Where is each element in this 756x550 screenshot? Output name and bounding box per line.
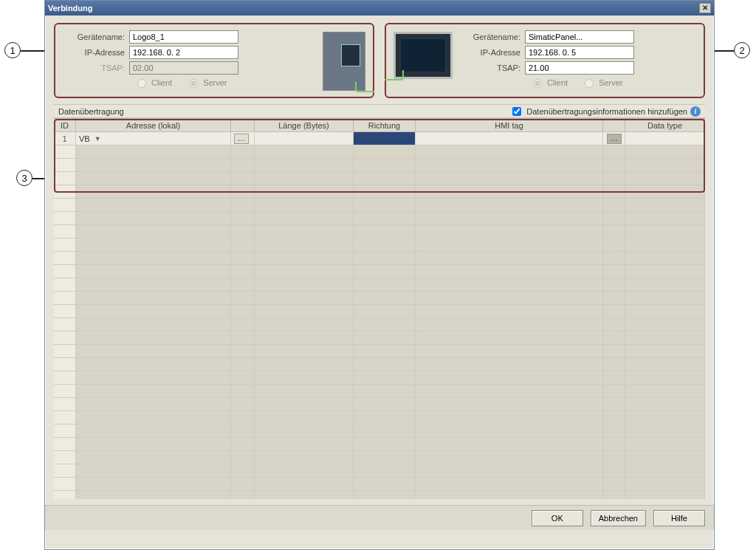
help-button[interactable]: Hilfe (653, 510, 705, 526)
radio-server-local[interactable]: Server (185, 77, 227, 88)
table-row[interactable] (54, 371, 705, 385)
label-tsap-r: TSAP: (458, 63, 525, 72)
role-radios-local: Client Server (134, 77, 317, 88)
device-panel-remote: Gerätename: IP-Adresse TSAP: Client Serv… (385, 23, 705, 98)
cell-dir[interactable] (354, 132, 416, 145)
table-row[interactable] (54, 199, 705, 212)
col-dir[interactable]: Richtung (354, 119, 416, 131)
col-hmi[interactable]: HMI tag (416, 119, 603, 131)
col-addr[interactable]: Adresse (lokal) (76, 119, 231, 131)
table-row[interactable] (54, 385, 705, 398)
table-row[interactable] (54, 331, 705, 345)
table-row[interactable] (54, 358, 705, 371)
radio-client-local[interactable]: Client (134, 77, 172, 88)
table-row[interactable] (54, 145, 705, 159)
cell-len[interactable] (255, 132, 354, 145)
table-row[interactable] (54, 438, 705, 451)
cell-addr[interactable]: VB ▼ (76, 132, 231, 145)
table-row[interactable] (54, 238, 705, 252)
table-row[interactable] (54, 411, 705, 424)
table-row[interactable] (54, 478, 705, 491)
label-devicename-r: Gerätename: (458, 32, 525, 41)
section-title: Datenübertragung (58, 107, 509, 116)
input-tsap-local (129, 61, 238, 75)
col-id[interactable]: ID (54, 119, 76, 131)
cell-addr-browse[interactable]: … (231, 132, 255, 145)
table-row[interactable]: 1VB ▼…… (54, 132, 705, 145)
table-row[interactable] (54, 491, 705, 499)
cell-id: 1 (54, 132, 76, 145)
checkbox-add-info-label: Datenübertragungsinformationen hinzufüge… (526, 107, 687, 116)
table-row[interactable] (54, 292, 705, 305)
table-row[interactable] (54, 424, 705, 438)
table-row[interactable] (54, 252, 705, 265)
close-button[interactable]: ✕ (699, 3, 711, 13)
callout-1: 1 (4, 42, 21, 58)
radio-client-remote[interactable]: Client (529, 77, 568, 88)
device-panel-local: Gerätename: IP-Adresse TSAP: Client Serv… (54, 23, 374, 98)
input-devicename-local[interactable] (129, 30, 238, 44)
role-radios-remote: Client Server (529, 77, 696, 88)
table-row[interactable] (54, 278, 705, 292)
cell-hmi[interactable] (416, 132, 603, 145)
table-row[interactable] (54, 185, 705, 199)
input-ip-remote[interactable] (525, 46, 634, 59)
connector-out (355, 82, 374, 92)
callout-3: 3 (16, 170, 32, 186)
input-devicename-remote[interactable] (525, 30, 634, 44)
table-row[interactable] (54, 305, 705, 318)
table-row[interactable] (54, 464, 705, 478)
label-ip: IP-Adresse (63, 48, 129, 57)
data-grid[interactable]: ID Adresse (lokal) Länge (Bytes) Richtun… (54, 118, 705, 499)
window-title: Verbindung (48, 4, 699, 13)
cell-dtype[interactable] (625, 132, 705, 145)
browse-button[interactable]: … (607, 134, 622, 144)
ok-button[interactable]: OK (532, 510, 583, 526)
input-tsap-remote[interactable] (525, 61, 634, 75)
cell-hmi-browse[interactable]: … (603, 132, 625, 145)
table-row[interactable] (54, 398, 705, 411)
label-tsap: TSAP: (63, 63, 129, 72)
table-row[interactable] (54, 345, 705, 358)
table-row[interactable] (54, 159, 705, 172)
col-addr-btn (231, 119, 255, 131)
section-header: Datenübertragung Datenübertragungsinform… (54, 104, 705, 118)
titlebar[interactable]: Verbindung ✕ (45, 1, 714, 16)
connector-in (385, 70, 404, 80)
table-row[interactable] (54, 451, 705, 464)
col-len[interactable]: Länge (Bytes) (255, 119, 354, 131)
grid-body[interactable]: 1VB ▼…… (54, 132, 705, 499)
info-icon[interactable]: i (690, 106, 701, 117)
label-ip-r: IP-Adresse (458, 48, 525, 57)
col-dtype[interactable]: Data type (625, 119, 705, 131)
table-row[interactable] (54, 225, 705, 238)
callout-2: 2 (734, 42, 750, 58)
grid-header: ID Adresse (lokal) Länge (Bytes) Richtun… (54, 119, 705, 132)
browse-button[interactable]: … (234, 134, 249, 144)
label-devicename: Gerätename: (63, 32, 129, 41)
col-hmi-btn (603, 119, 625, 131)
input-ip-local[interactable] (129, 46, 238, 59)
dialog-footer: OK Abbrechen Hilfe (45, 505, 714, 530)
table-row[interactable] (54, 265, 705, 278)
radio-server-remote[interactable]: Server (581, 77, 622, 88)
cancel-button[interactable]: Abbrechen (591, 510, 646, 526)
checkbox-add-info[interactable] (512, 107, 521, 116)
dialog-window: Verbindung ✕ Gerätename: IP-Adresse TSAP… (44, 0, 715, 550)
chevron-down-icon: ▼ (94, 135, 101, 142)
table-row[interactable] (54, 212, 705, 225)
table-row[interactable] (54, 172, 705, 185)
table-row[interactable] (54, 318, 705, 331)
